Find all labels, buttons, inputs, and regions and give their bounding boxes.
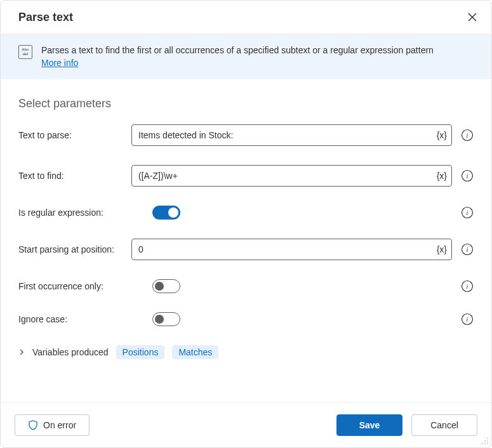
svg-text:i: i xyxy=(467,132,469,139)
row-text-to-parse: Text to parse: {x} i xyxy=(18,124,474,146)
row-start-position: Start parsing at position: {x} i xyxy=(18,239,474,260)
on-error-label: On error xyxy=(43,420,76,430)
dialog-footer: On error Save Cancel xyxy=(1,402,491,447)
parse-text-dialog: Parse text Abc def Parses a text to find… xyxy=(0,0,492,448)
start-position-input[interactable] xyxy=(131,239,452,260)
label-text-to-find: Text to find: xyxy=(18,171,131,181)
svg-text:i: i xyxy=(467,316,469,323)
variable-pill-matches[interactable]: Matches xyxy=(172,345,218,359)
variables-produced-label[interactable]: Variables produced xyxy=(32,347,109,357)
ignore-case-toggle[interactable] xyxy=(152,312,180,326)
info-icon[interactable]: i xyxy=(461,129,474,142)
svg-text:i: i xyxy=(467,173,469,180)
svg-point-18 xyxy=(484,443,486,444)
info-icon[interactable]: i xyxy=(461,313,474,326)
variables-produced-row: Variables produced Positions Matches xyxy=(18,345,474,359)
text-to-find-input[interactable] xyxy=(131,165,452,187)
chevron-right-icon[interactable] xyxy=(18,349,25,355)
on-error-button[interactable]: On error xyxy=(15,414,90,436)
abc-def-icon: Abc def xyxy=(18,45,32,59)
section-heading: Select parameters xyxy=(18,97,474,110)
close-icon xyxy=(468,13,477,22)
banner-text: Parses a text to find the first or all o… xyxy=(41,44,434,69)
dialog-title: Parse text xyxy=(18,11,73,24)
svg-text:i: i xyxy=(467,246,469,253)
svg-point-15 xyxy=(487,440,488,442)
info-icon[interactable]: i xyxy=(461,243,474,256)
save-button[interactable]: Save xyxy=(336,414,402,436)
info-icon[interactable]: i xyxy=(461,206,474,219)
text-to-parse-input[interactable] xyxy=(131,124,452,146)
info-icon[interactable]: i xyxy=(461,280,474,293)
row-text-to-find: Text to find: {x} i xyxy=(18,165,474,187)
is-regex-toggle[interactable] xyxy=(152,206,180,220)
svg-point-16 xyxy=(484,440,486,442)
svg-text:i: i xyxy=(467,283,469,290)
label-ignore-case: Ignore case: xyxy=(18,314,131,324)
svg-text:i: i xyxy=(467,209,469,216)
dialog-content: Select parameters Text to parse: {x} i T… xyxy=(1,79,491,402)
row-ignore-case: Ignore case: i xyxy=(18,312,474,326)
cancel-label: Cancel xyxy=(430,420,458,430)
dialog-header: Parse text xyxy=(1,1,491,34)
svg-point-19 xyxy=(482,443,483,444)
label-first-occurrence: First occurrence only: xyxy=(18,281,131,291)
shield-icon xyxy=(28,420,38,430)
variable-pill-positions[interactable]: Positions xyxy=(116,345,165,359)
svg-point-14 xyxy=(487,438,488,439)
label-text-to-parse: Text to parse: xyxy=(18,130,131,140)
info-icon[interactable]: i xyxy=(461,169,474,182)
row-first-occurrence: First occurrence only: i xyxy=(18,279,474,293)
label-start-position: Start parsing at position: xyxy=(18,244,131,254)
more-info-link[interactable]: More info xyxy=(41,58,78,68)
resize-grip-icon[interactable] xyxy=(481,437,489,445)
save-label: Save xyxy=(359,420,380,430)
cancel-button[interactable]: Cancel xyxy=(411,414,477,436)
row-is-regex: Is regular expression: i xyxy=(18,206,474,220)
label-is-regex: Is regular expression: xyxy=(18,208,131,218)
description-banner: Abc def Parses a text to find the first … xyxy=(1,34,491,79)
first-occurrence-toggle[interactable] xyxy=(152,279,180,293)
svg-point-17 xyxy=(487,443,488,444)
banner-description: Parses a text to find the first or all o… xyxy=(41,45,434,55)
close-button[interactable] xyxy=(463,8,481,26)
